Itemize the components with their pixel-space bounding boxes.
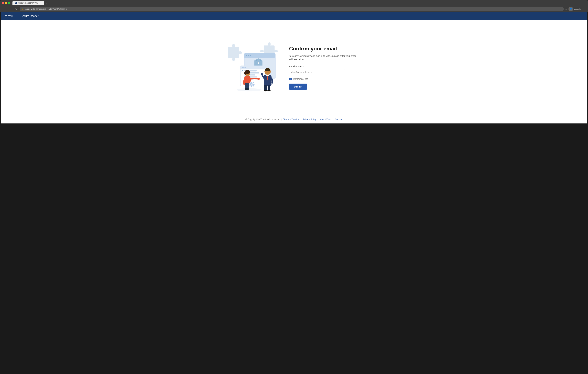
svg-point-55 xyxy=(267,90,271,91)
close-window-button[interactable] xyxy=(2,2,4,4)
svg-rect-42 xyxy=(245,83,247,89)
page-title: Confirm your email xyxy=(289,46,358,52)
lock-icon: 🔒 xyxy=(21,8,24,10)
browser-window: V Secure Reader | Virtru ✕ + ← → ↻ 🔒 sec… xyxy=(0,0,588,125)
svg-rect-5 xyxy=(268,42,271,46)
svg-point-12 xyxy=(248,55,249,56)
svg-point-21 xyxy=(243,67,245,68)
page-content: virtru Secure Reader xyxy=(1,12,587,123)
active-tab[interactable]: V Secure Reader | Virtru ✕ xyxy=(12,1,44,5)
browser-toolbar: ← → ↻ 🔒 secure.virtru.com/secure-reader?… xyxy=(0,6,588,12)
svg-rect-6 xyxy=(260,50,264,52)
svg-rect-53 xyxy=(268,85,270,91)
svg-point-57 xyxy=(265,68,270,71)
content-container: Confirm your email To verify your identi… xyxy=(220,42,368,93)
forward-button[interactable]: → xyxy=(8,7,12,11)
page-wrapper: virtru Secure Reader xyxy=(0,12,588,125)
svg-rect-1 xyxy=(232,44,235,47)
about-virtru-link[interactable]: About Virtru xyxy=(320,118,331,120)
support-link[interactable]: Support xyxy=(335,118,343,120)
svg-point-13 xyxy=(250,55,251,56)
svg-point-22 xyxy=(245,67,246,68)
svg-rect-2 xyxy=(232,58,235,61)
reload-button[interactable]: ↻ xyxy=(14,7,18,11)
svg-rect-7 xyxy=(274,50,278,52)
address-bar[interactable]: 🔒 secure.virtru.com/secure-reader?htmlPr… xyxy=(20,7,564,11)
footer-sep-3: | xyxy=(318,118,318,120)
traffic-lights xyxy=(2,2,10,4)
email-label: Email Address xyxy=(289,65,358,68)
toolbar-actions: 👤 Incognito ⋮ xyxy=(568,7,586,11)
svg-point-31 xyxy=(251,84,252,85)
remember-me-row: Remember me xyxy=(289,78,358,80)
profile-button[interactable]: 👤 xyxy=(568,7,573,11)
svg-rect-51 xyxy=(266,75,269,76)
main-body: Confirm your email To verify your identi… xyxy=(1,20,587,115)
svg-rect-52 xyxy=(264,85,267,91)
footer-sep-1: | xyxy=(281,118,282,120)
svg-point-48 xyxy=(244,72,246,75)
url-text: secure.virtru.com/secure-reader?htmlProt… xyxy=(25,8,562,10)
email-input[interactable] xyxy=(289,69,345,75)
svg-point-54 xyxy=(264,90,267,91)
privacy-policy-link[interactable]: Privacy Policy xyxy=(303,118,316,120)
form-description: To verify your identity and sign in to V… xyxy=(289,54,358,61)
remember-me-checkbox[interactable] xyxy=(289,78,292,80)
incognito-label: Incognito xyxy=(574,8,581,10)
svg-rect-33 xyxy=(251,86,252,87)
app-header: virtru Secure Reader xyxy=(1,12,587,20)
tab-title: Secure Reader | Virtru xyxy=(18,2,38,4)
bookmark-button[interactable]: ☆ xyxy=(565,8,567,10)
hero-illustration xyxy=(220,42,279,92)
terms-of-service-link[interactable]: Terms of Service xyxy=(283,118,299,120)
virtru-logo: virtru Secure Reader xyxy=(5,14,39,18)
svg-rect-35 xyxy=(253,84,255,85)
footer-sep-4: | xyxy=(333,118,333,120)
minimize-window-button[interactable] xyxy=(5,2,7,4)
browser-titlebar: V Secure Reader | Virtru ✕ + xyxy=(0,0,588,6)
new-tab-button[interactable]: + xyxy=(44,2,49,5)
svg-rect-3 xyxy=(239,51,242,54)
svg-rect-43 xyxy=(247,83,249,89)
form-area: Confirm your email To verify your identi… xyxy=(289,46,358,90)
svg-point-11 xyxy=(246,55,247,56)
svg-point-45 xyxy=(247,88,249,90)
page-footer: © Copyright 2020 Virtru Corporation | Te… xyxy=(1,115,587,123)
tab-bar: V Secure Reader | Virtru ✕ + xyxy=(12,1,586,5)
header-app-name: Secure Reader xyxy=(21,15,39,18)
svg-rect-32 xyxy=(251,82,252,83)
svg-rect-0 xyxy=(228,47,239,58)
submit-button[interactable]: Submit xyxy=(289,84,307,90)
remember-me-label[interactable]: Remember me xyxy=(293,78,308,80)
virtru-wordmark: virtru xyxy=(5,14,13,18)
maximize-window-button[interactable] xyxy=(8,2,10,4)
browser-menu-button[interactable]: ⋮ xyxy=(582,7,586,11)
footer-sep-2: | xyxy=(301,118,301,120)
tab-close-button[interactable]: ✕ xyxy=(39,2,42,4)
back-button[interactable]: ← xyxy=(2,7,7,11)
footer-copyright: © Copyright 2020 Virtru Corporation xyxy=(245,118,279,120)
illustration-area xyxy=(220,42,279,93)
tab-favicon-icon: V xyxy=(15,2,17,4)
svg-point-20 xyxy=(242,67,243,68)
svg-rect-16 xyxy=(258,63,259,64)
